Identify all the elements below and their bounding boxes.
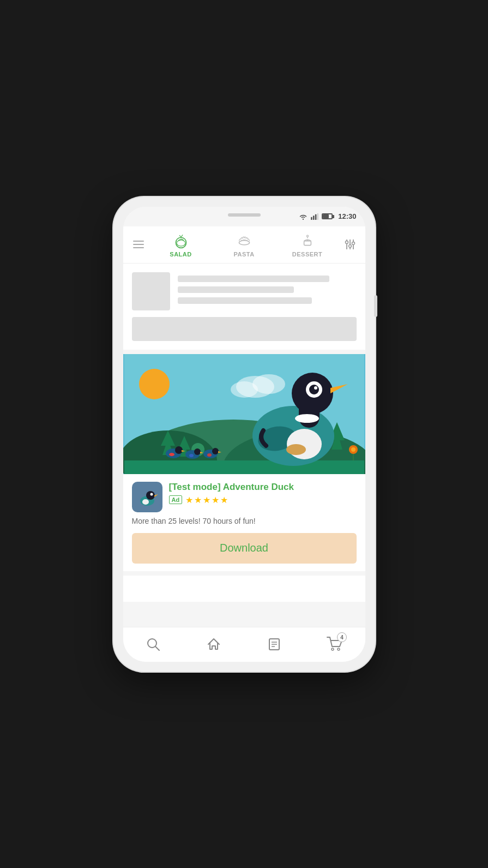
ad-description: More than 25 levels! 70 hours of fun! [132, 517, 357, 525]
svg-point-40 [194, 448, 201, 455]
svg-rect-0 [311, 217, 312, 219]
svg-point-60 [146, 491, 155, 500]
ad-card: [Test mode] Adventure Duck Ad ★ ★ ★ ★ ★ [123, 354, 365, 571]
svg-point-14 [348, 245, 351, 248]
dessert-icon [299, 231, 316, 249]
cart-badge: 4 [337, 632, 347, 642]
status-time: 12:30 [338, 212, 356, 220]
phone-side-button [374, 295, 377, 317]
status-bar: 12:30 [123, 207, 365, 226]
star-1: ★ [185, 495, 193, 505]
ad-title-row: [Test mode] Adventure Duck Ad ★ ★ ★ ★ ★ [132, 482, 357, 512]
svg-point-9 [306, 235, 308, 237]
ad-stars: ★ ★ ★ ★ ★ [185, 495, 228, 505]
svg-point-54 [309, 385, 319, 394]
placeholder-line-1 [178, 276, 330, 282]
bottom-nav: 4 [123, 627, 365, 662]
battery-icon [322, 213, 333, 219]
signal-icon [311, 213, 318, 220]
placeholder-block [132, 317, 357, 341]
download-button[interactable]: Download [132, 533, 357, 564]
tab-dessert-label: DESSERT [292, 251, 322, 258]
salad-icon [172, 231, 190, 249]
svg-rect-1 [313, 215, 315, 220]
placeholder-line-2 [178, 286, 294, 293]
svg-point-70 [332, 648, 334, 650]
search-nav-icon [146, 637, 160, 651]
svg-rect-7 [304, 241, 311, 246]
ad-content: [Test mode] Adventure Duck Ad ★ ★ ★ ★ ★ [123, 474, 365, 571]
ad-badge-stars: Ad ★ ★ ★ ★ ★ [169, 495, 357, 505]
placeholder-card [123, 264, 365, 350]
ad-image [123, 354, 365, 474]
ad-title-info: [Test mode] Adventure Duck Ad ★ ★ ★ ★ ★ [169, 482, 357, 505]
svg-point-15 [352, 242, 354, 245]
placeholder-image [132, 272, 170, 310]
search-nav-item[interactable] [138, 629, 168, 660]
app-icon [132, 482, 162, 512]
svg-point-46 [207, 453, 212, 457]
svg-point-36 [175, 446, 183, 454]
tab-dessert[interactable]: DESSERT [276, 227, 339, 262]
star-4: ★ [212, 495, 219, 505]
svg-point-38 [169, 453, 174, 456]
tab-pasta-label: PASTA [233, 251, 254, 258]
svg-rect-34 [124, 460, 364, 474]
svg-point-22 [231, 381, 258, 398]
svg-line-65 [155, 646, 159, 650]
svg-point-71 [338, 648, 340, 650]
svg-rect-3 [317, 213, 318, 220]
star-2: ★ [194, 495, 202, 505]
main-content: [Test mode] Adventure Duck Ad ★ ★ ★ ★ ★ [123, 264, 365, 627]
svg-point-6 [239, 241, 249, 245]
svg-point-5 [177, 240, 185, 246]
menu-nav-icon [267, 637, 281, 651]
star-3: ★ [203, 495, 210, 505]
svg-point-42 [189, 454, 194, 457]
bottom-placeholder [123, 576, 365, 602]
star-5: ★ [220, 495, 228, 505]
ad-badge: Ad [169, 495, 183, 504]
home-nav-item[interactable] [198, 629, 229, 660]
hamburger-menu-icon[interactable] [128, 234, 149, 255]
filter-icon[interactable] [339, 234, 361, 255]
wifi-icon [299, 213, 308, 220]
svg-point-56 [295, 414, 319, 423]
ad-title: [Test mode] Adventure Duck [169, 482, 357, 493]
svg-point-50 [286, 444, 306, 455]
svg-point-49 [287, 429, 322, 459]
tab-salad[interactable]: SALAD [149, 227, 213, 262]
tab-salad-label: SALAD [170, 251, 191, 258]
phone-speaker [228, 213, 261, 217]
svg-point-17 [139, 369, 170, 399]
svg-point-13 [345, 241, 348, 244]
home-nav-icon [207, 637, 221, 651]
phone-screen: 12:30 SALAD [123, 207, 365, 662]
placeholder-line-3 [178, 297, 312, 304]
svg-point-33 [351, 447, 356, 452]
nav-tabs: SALAD PASTA DESS [123, 226, 365, 264]
svg-point-63 [142, 499, 149, 505]
svg-rect-2 [315, 214, 317, 219]
svg-point-61 [150, 493, 153, 495]
menu-nav-item[interactable] [259, 629, 290, 660]
svg-point-55 [314, 386, 317, 390]
phone-frame: 12:30 SALAD [113, 197, 375, 672]
cart-nav-item[interactable]: 4 [320, 629, 350, 660]
pasta-icon [236, 231, 253, 249]
tab-pasta[interactable]: PASTA [213, 227, 276, 262]
svg-point-44 [212, 448, 219, 454]
